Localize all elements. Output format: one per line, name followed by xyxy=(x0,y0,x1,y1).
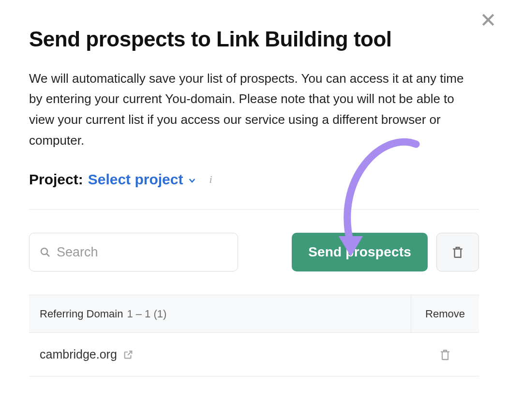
col-remove: Remove xyxy=(411,295,479,332)
external-link-icon[interactable] xyxy=(123,349,134,360)
close-icon xyxy=(480,12,496,28)
send-prospects-button[interactable]: Send prospects xyxy=(292,233,428,271)
remove-row-button[interactable] xyxy=(435,345,455,364)
info-icon[interactable]: i xyxy=(204,173,217,186)
col-domain-label: Referring Domain xyxy=(40,308,123,320)
svg-point-2 xyxy=(41,248,47,255)
divider xyxy=(29,209,479,210)
col-referring-domain: Referring Domain 1 – 1 (1) xyxy=(29,295,411,332)
trash-icon xyxy=(451,245,464,259)
cell-remove xyxy=(411,345,479,364)
close-button[interactable] xyxy=(478,10,498,30)
chevron-down-icon xyxy=(188,176,196,185)
prospects-table: Referring Domain 1 – 1 (1) Remove cambri… xyxy=(29,295,479,376)
send-prospects-modal: Send prospects to Link Building tool We … xyxy=(0,0,508,376)
cell-domain: cambridge.org xyxy=(29,347,411,361)
select-project-label: Select project xyxy=(88,171,183,188)
table-row: cambridge.org xyxy=(29,333,479,376)
search-icon xyxy=(39,246,51,258)
project-label: Project: xyxy=(29,171,83,188)
col-remove-label: Remove xyxy=(425,308,465,320)
modal-title: Send prospects to Link Building tool xyxy=(29,27,479,52)
svg-line-4 xyxy=(128,351,132,355)
trash-icon xyxy=(439,348,451,361)
project-row: Project: Select project i xyxy=(29,171,479,188)
actions-row: Send prospects xyxy=(29,233,479,271)
search-field-wrap[interactable] xyxy=(29,233,238,271)
domain-link[interactable]: cambridge.org xyxy=(40,347,117,361)
delete-all-button[interactable] xyxy=(436,233,479,271)
col-domain-range: 1 – 1 (1) xyxy=(127,308,166,320)
modal-description: We will automatically save your list of … xyxy=(29,68,469,151)
table-header: Referring Domain 1 – 1 (1) Remove xyxy=(29,295,479,333)
search-input[interactable] xyxy=(57,245,228,260)
select-project-dropdown[interactable]: Select project xyxy=(88,171,197,188)
svg-line-3 xyxy=(47,254,50,257)
